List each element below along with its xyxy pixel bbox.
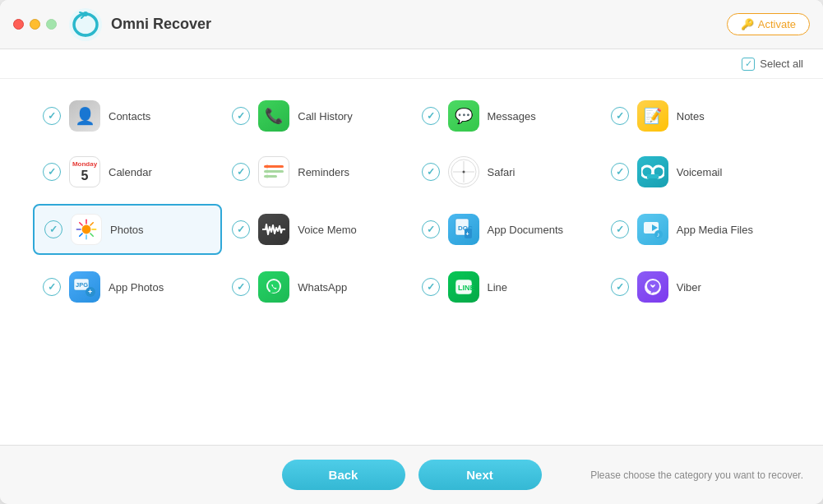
checkbox-viber[interactable] <box>611 278 629 296</box>
item-label-notes: Notes <box>677 110 705 123</box>
line-icon: LINE <box>448 271 479 303</box>
traffic-lights <box>13 19 57 30</box>
grid-item-whatsapp[interactable]: WhatsApp <box>222 263 411 311</box>
grid-item-calendar[interactable]: Monday 5 Calendar <box>33 148 222 196</box>
checkbox-app-documents[interactable] <box>422 220 440 238</box>
grid-item-photos[interactable]: Photos <box>33 204 222 255</box>
app-window: Omni Recover 🔑 Activate ✓ Select all 👤 C… <box>0 0 823 504</box>
whatsapp-icon <box>258 271 289 303</box>
items-grid: 👤 Contacts 📞 Call History 💬 Messages 📝 N… <box>33 92 790 311</box>
grid-item-contacts[interactable]: 👤 Contacts <box>33 92 222 140</box>
contacts-icon: 👤 <box>69 100 100 132</box>
callhistory-icon: 📞 <box>258 100 289 132</box>
select-all-control[interactable]: ✓ Select all <box>742 58 803 71</box>
grid-item-viber[interactable]: Viber <box>601 263 790 311</box>
select-all-label: Select all <box>760 58 803 70</box>
appmedia-icon: ♪ <box>637 214 668 245</box>
calendar-icon: Monday 5 <box>69 156 100 187</box>
checkbox-reminders[interactable] <box>232 163 250 181</box>
item-label-call-history: Call History <box>298 110 352 123</box>
grid-item-notes[interactable]: 📝 Notes <box>601 92 790 140</box>
svg-rect-26 <box>79 222 83 226</box>
appphotos-icon: JPG + <box>69 271 100 303</box>
reminders-icon <box>258 156 289 187</box>
item-label-reminders: Reminders <box>298 166 349 178</box>
item-label-app-media-files: App Media Files <box>677 224 753 236</box>
checkbox-whatsapp[interactable] <box>232 278 250 296</box>
grid-item-line[interactable]: LINE Line <box>412 263 601 311</box>
grid-item-voicemail[interactable]: Voicemail <box>601 148 790 196</box>
voicememo-icon <box>258 214 289 245</box>
svg-point-7 <box>266 175 269 178</box>
minimize-button[interactable] <box>30 19 40 30</box>
svg-text:♪: ♪ <box>656 231 659 238</box>
item-label-voice-memo: Voice Memo <box>298 224 357 236</box>
app-logo-icon <box>68 7 103 42</box>
grid-item-app-photos[interactable]: JPG + App Photos <box>33 263 222 311</box>
grid-item-voice-memo[interactable]: Voice Memo <box>222 204 411 255</box>
svg-text:LINE: LINE <box>458 284 475 292</box>
svg-rect-20 <box>90 222 94 226</box>
svg-rect-17 <box>647 174 659 178</box>
svg-text:+: + <box>88 288 92 296</box>
svg-text:JPG: JPG <box>76 281 88 289</box>
grid-item-reminders[interactable]: Reminders <box>222 148 411 196</box>
checkbox-line[interactable] <box>422 278 440 296</box>
select-all-checkbox[interactable]: ✓ <box>742 58 755 71</box>
svg-rect-25 <box>76 229 81 230</box>
photos-icon <box>71 214 102 245</box>
safari-icon <box>448 156 479 187</box>
svg-text:+: + <box>465 231 469 237</box>
checkbox-app-photos[interactable] <box>43 278 61 296</box>
svg-point-5 <box>266 165 269 169</box>
maximize-button <box>46 19 57 30</box>
item-label-whatsapp: WhatsApp <box>298 281 347 294</box>
checkbox-safari[interactable] <box>422 163 440 181</box>
hint-text: Please choose the category you want to r… <box>590 469 803 481</box>
svg-rect-23 <box>86 234 87 239</box>
checkbox-contacts[interactable] <box>43 107 61 125</box>
item-label-voicemail: Voicemail <box>677 166 723 178</box>
main-content: 👤 Contacts 📞 Call History 💬 Messages 📝 N… <box>0 79 823 445</box>
activate-button[interactable]: 🔑 Activate <box>727 13 810 35</box>
close-button[interactable] <box>13 19 24 30</box>
grid-item-safari[interactable]: Safari <box>412 148 601 196</box>
grid-item-call-history[interactable]: 📞 Call History <box>222 92 411 140</box>
select-all-bar: ✓ Select all <box>0 49 823 79</box>
item-label-app-documents: App Documents <box>488 224 564 236</box>
svg-point-14 <box>462 171 465 173</box>
grid-item-app-documents[interactable]: DOC + App Documents <box>412 204 601 255</box>
item-label-safari: Safari <box>488 166 516 178</box>
svg-point-6 <box>266 170 269 173</box>
checkbox-messages[interactable] <box>422 107 440 125</box>
viber-icon <box>637 271 668 303</box>
item-label-photos: Photos <box>110 224 143 236</box>
next-button[interactable]: Next <box>418 460 542 490</box>
item-label-messages: Messages <box>488 110 536 123</box>
back-button[interactable]: Back <box>282 460 405 490</box>
app-title: Omni Recover <box>111 16 211 33</box>
logo-area: Omni Recover <box>68 7 211 42</box>
item-label-line: Line <box>488 281 508 294</box>
checkbox-voicemail[interactable] <box>611 163 629 181</box>
checkbox-notes[interactable] <box>611 107 629 125</box>
messages-icon: 💬 <box>448 100 479 132</box>
grid-item-app-media-files[interactable]: ♪ App Media Files <box>601 204 790 255</box>
checkbox-voice-memo[interactable] <box>232 220 250 238</box>
checkbox-call-history[interactable] <box>232 107 250 125</box>
svg-rect-19 <box>86 220 87 224</box>
voicemail-icon <box>637 156 668 187</box>
item-label-calendar: Calendar <box>109 166 152 178</box>
item-label-viber: Viber <box>677 281 701 294</box>
grid-item-messages[interactable]: 💬 Messages <box>412 92 601 140</box>
appdoc-icon: DOC + <box>448 214 479 245</box>
svg-rect-22 <box>90 233 94 237</box>
bottom-bar: Back Next Please choose the category you… <box>0 445 823 504</box>
item-label-contacts: Contacts <box>109 110 150 123</box>
svg-rect-24 <box>79 233 83 237</box>
activate-label: Activate <box>758 18 796 30</box>
checkbox-calendar[interactable] <box>43 163 61 181</box>
checkbox-app-media-files[interactable] <box>611 220 629 238</box>
checkbox-photos[interactable] <box>44 220 62 238</box>
svg-rect-21 <box>91 229 96 230</box>
